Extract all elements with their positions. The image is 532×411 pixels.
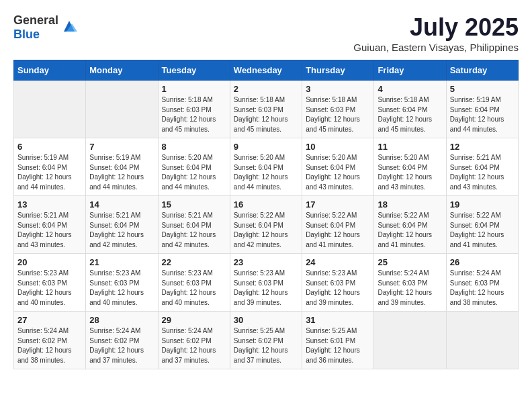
day-info: Sunrise: 5:20 AM Sunset: 6:04 PM Dayligh… [306, 153, 370, 192]
calendar-cell: 30Sunrise: 5:25 AM Sunset: 6:02 PM Dayli… [230, 312, 302, 369]
day-info: Sunrise: 5:24 AM Sunset: 6:02 PM Dayligh… [89, 326, 154, 365]
calendar-cell: 9Sunrise: 5:20 AM Sunset: 6:04 PM Daylig… [230, 138, 302, 196]
calendar-cell: 25Sunrise: 5:24 AM Sunset: 6:03 PM Dayli… [374, 254, 446, 312]
calendar-cell: 24Sunrise: 5:23 AM Sunset: 6:03 PM Dayli… [302, 254, 374, 312]
day-info: Sunrise: 5:25 AM Sunset: 6:02 PM Dayligh… [234, 326, 298, 365]
day-number: 11 [378, 142, 442, 152]
day-number: 18 [378, 199, 442, 210]
calendar-cell: 29Sunrise: 5:24 AM Sunset: 6:02 PM Dayli… [158, 312, 230, 369]
logo-general: General [13, 13, 58, 27]
day-number: 10 [306, 142, 370, 152]
day-number: 24 [306, 257, 370, 267]
day-number: 14 [89, 199, 154, 210]
weekday-thursday: Thursday [302, 60, 374, 81]
day-info: Sunrise: 5:20 AM Sunset: 6:04 PM Dayligh… [378, 153, 442, 192]
day-info: Sunrise: 5:23 AM Sunset: 6:03 PM Dayligh… [162, 269, 226, 308]
day-number: 12 [450, 142, 515, 152]
day-number: 13 [17, 199, 82, 210]
day-info: Sunrise: 5:19 AM Sunset: 6:04 PM Dayligh… [89, 153, 154, 192]
day-info: Sunrise: 5:19 AM Sunset: 6:04 PM Dayligh… [17, 153, 82, 192]
weekday-saturday: Saturday [446, 60, 518, 81]
day-number: 20 [17, 257, 82, 267]
logo: General Blue [13, 13, 79, 42]
calendar-cell: 18Sunrise: 5:22 AM Sunset: 6:04 PM Dayli… [374, 196, 446, 254]
day-number: 19 [450, 199, 515, 210]
day-number: 28 [89, 315, 154, 325]
day-number: 29 [162, 315, 226, 325]
calendar-body: 1Sunrise: 5:18 AM Sunset: 6:03 PM Daylig… [14, 81, 519, 369]
day-number: 4 [378, 84, 442, 94]
calendar-cell: 19Sunrise: 5:22 AM Sunset: 6:04 PM Dayli… [446, 196, 518, 254]
calendar-table: SundayMondayTuesdayWednesdayThursdayFrid… [13, 60, 519, 369]
day-info: Sunrise: 5:24 AM Sunset: 6:02 PM Dayligh… [162, 326, 226, 365]
calendar-cell [374, 312, 446, 369]
day-number: 31 [306, 315, 370, 325]
calendar-week-2: 6Sunrise: 5:19 AM Sunset: 6:04 PM Daylig… [14, 138, 519, 196]
weekday-wednesday: Wednesday [230, 60, 302, 81]
day-info: Sunrise: 5:18 AM Sunset: 6:03 PM Dayligh… [306, 95, 370, 134]
day-info: Sunrise: 5:21 AM Sunset: 6:04 PM Dayligh… [17, 211, 82, 250]
day-info: Sunrise: 5:23 AM Sunset: 6:03 PM Dayligh… [306, 269, 370, 308]
day-info: Sunrise: 5:21 AM Sunset: 6:04 PM Dayligh… [89, 211, 154, 250]
calendar-cell: 3Sunrise: 5:18 AM Sunset: 6:03 PM Daylig… [302, 81, 374, 138]
day-info: Sunrise: 5:22 AM Sunset: 6:04 PM Dayligh… [234, 211, 298, 250]
calendar-cell: 21Sunrise: 5:23 AM Sunset: 6:03 PM Dayli… [86, 254, 158, 312]
calendar-week-3: 13Sunrise: 5:21 AM Sunset: 6:04 PM Dayli… [14, 196, 519, 254]
day-number: 25 [378, 257, 442, 267]
calendar-week-5: 27Sunrise: 5:24 AM Sunset: 6:02 PM Dayli… [14, 312, 519, 369]
calendar-cell: 16Sunrise: 5:22 AM Sunset: 6:04 PM Dayli… [230, 196, 302, 254]
day-info: Sunrise: 5:20 AM Sunset: 6:04 PM Dayligh… [234, 153, 298, 192]
calendar-cell: 4Sunrise: 5:18 AM Sunset: 6:04 PM Daylig… [374, 81, 446, 138]
calendar-cell: 5Sunrise: 5:19 AM Sunset: 6:04 PM Daylig… [446, 81, 518, 138]
day-number: 5 [450, 84, 515, 94]
calendar-cell: 20Sunrise: 5:23 AM Sunset: 6:03 PM Dayli… [14, 254, 86, 312]
day-info: Sunrise: 5:22 AM Sunset: 6:04 PM Dayligh… [378, 211, 442, 250]
calendar-cell: 1Sunrise: 5:18 AM Sunset: 6:03 PM Daylig… [158, 81, 230, 138]
day-number: 15 [162, 199, 226, 210]
day-number: 7 [89, 142, 154, 152]
weekday-tuesday: Tuesday [158, 60, 230, 81]
day-info: Sunrise: 5:21 AM Sunset: 6:04 PM Dayligh… [450, 153, 515, 192]
day-number: 27 [17, 315, 82, 325]
calendar-cell: 23Sunrise: 5:23 AM Sunset: 6:03 PM Dayli… [230, 254, 302, 312]
calendar-header: SundayMondayTuesdayWednesdayThursdayFrid… [14, 60, 519, 81]
calendar-cell: 2Sunrise: 5:18 AM Sunset: 6:03 PM Daylig… [230, 81, 302, 138]
title-block: July 2025 Guiuan, Eastern Visayas, Phili… [353, 13, 519, 53]
day-number: 22 [162, 257, 226, 267]
day-info: Sunrise: 5:23 AM Sunset: 6:03 PM Dayligh… [89, 269, 154, 308]
day-number: 21 [89, 257, 154, 267]
page-header: General Blue July 2025 Guiuan, Eastern V… [13, 13, 519, 53]
day-number: 6 [17, 142, 82, 152]
day-info: Sunrise: 5:20 AM Sunset: 6:04 PM Dayligh… [162, 153, 226, 192]
day-number: 3 [306, 84, 370, 94]
day-info: Sunrise: 5:18 AM Sunset: 6:03 PM Dayligh… [234, 95, 298, 134]
day-number: 2 [234, 84, 298, 94]
day-info: Sunrise: 5:23 AM Sunset: 6:03 PM Dayligh… [234, 269, 298, 308]
calendar-cell: 17Sunrise: 5:22 AM Sunset: 6:04 PM Dayli… [302, 196, 374, 254]
calendar-cell: 26Sunrise: 5:24 AM Sunset: 6:03 PM Dayli… [446, 254, 518, 312]
calendar-cell: 12Sunrise: 5:21 AM Sunset: 6:04 PM Dayli… [446, 138, 518, 196]
day-number: 9 [234, 142, 298, 152]
calendar-cell: 27Sunrise: 5:24 AM Sunset: 6:02 PM Dayli… [14, 312, 86, 369]
logo-text: General Blue [13, 13, 58, 42]
calendar-cell: 28Sunrise: 5:24 AM Sunset: 6:02 PM Dayli… [86, 312, 158, 369]
calendar-week-1: 1Sunrise: 5:18 AM Sunset: 6:03 PM Daylig… [14, 81, 519, 138]
day-info: Sunrise: 5:24 AM Sunset: 6:02 PM Dayligh… [17, 326, 82, 365]
day-info: Sunrise: 5:18 AM Sunset: 6:04 PM Dayligh… [378, 95, 442, 134]
logo-icon [60, 18, 79, 37]
calendar-cell: 14Sunrise: 5:21 AM Sunset: 6:04 PM Dayli… [86, 196, 158, 254]
calendar-cell [446, 312, 518, 369]
day-info: Sunrise: 5:25 AM Sunset: 6:01 PM Dayligh… [306, 326, 370, 365]
weekday-monday: Monday [86, 60, 158, 81]
calendar-cell [86, 81, 158, 138]
day-number: 26 [450, 257, 515, 267]
day-info: Sunrise: 5:22 AM Sunset: 6:04 PM Dayligh… [450, 211, 515, 250]
calendar-cell: 10Sunrise: 5:20 AM Sunset: 6:04 PM Dayli… [302, 138, 374, 196]
day-number: 30 [234, 315, 298, 325]
day-info: Sunrise: 5:23 AM Sunset: 6:03 PM Dayligh… [17, 269, 82, 308]
calendar-cell: 6Sunrise: 5:19 AM Sunset: 6:04 PM Daylig… [14, 138, 86, 196]
calendar-cell: 22Sunrise: 5:23 AM Sunset: 6:03 PM Dayli… [158, 254, 230, 312]
calendar-cell [14, 81, 86, 138]
day-number: 1 [162, 84, 226, 94]
day-info: Sunrise: 5:24 AM Sunset: 6:03 PM Dayligh… [450, 269, 515, 308]
